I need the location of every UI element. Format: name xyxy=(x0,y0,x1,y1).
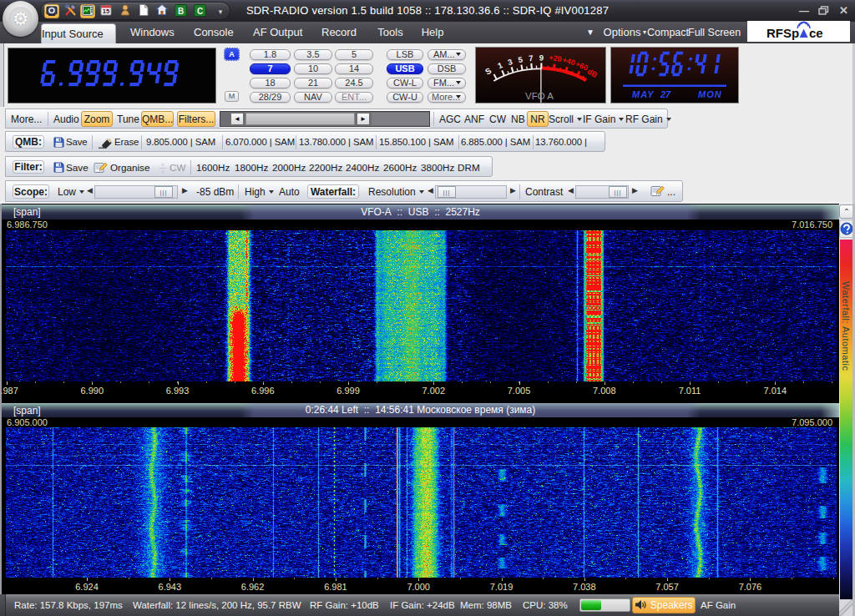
svg-text:ce: ce xyxy=(809,26,823,40)
svg-text:VFO A: VFO A xyxy=(525,91,554,101)
svg-text:9: 9 xyxy=(539,53,544,62)
svg-text:7: 7 xyxy=(529,53,534,63)
svg-text:C: C xyxy=(196,7,202,16)
svg-text:27: 27 xyxy=(660,89,671,99)
svg-text:15: 15 xyxy=(103,8,109,15)
svg-text:RFSp: RFSp xyxy=(766,26,799,40)
svg-text:B: B xyxy=(177,7,183,16)
svg-text:MAY: MAY xyxy=(632,89,655,99)
svg-text:MON: MON xyxy=(698,89,722,99)
